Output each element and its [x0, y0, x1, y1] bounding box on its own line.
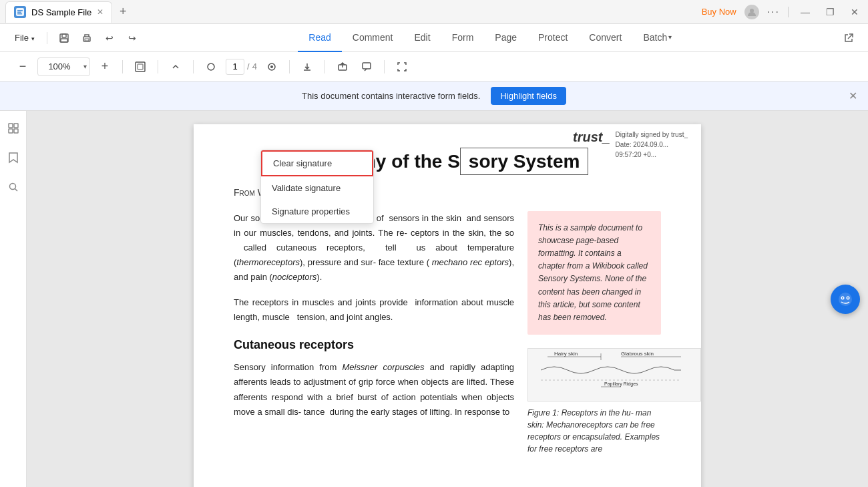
toolbar-sep-3 — [193, 60, 194, 73]
svg-rect-21 — [14, 129, 18, 133]
signature-properties-menuitem[interactable]: Signature properties — [261, 200, 373, 223]
sidebar-search-icon[interactable] — [4, 178, 23, 196]
svg-line-23 — [15, 189, 17, 192]
signature-line3: 09:57:20 +0... — [616, 150, 688, 160]
zoom-dropdown-arrow[interactable]: ▾ — [81, 63, 89, 70]
signature-region: trust_ Digitally signed by trust_ Date: … — [573, 130, 688, 160]
toolbar-sep-1 — [122, 60, 123, 73]
svg-text:Glabrous skin: Glabrous skin — [621, 351, 654, 357]
tab-convert[interactable]: Convert — [578, 24, 632, 52]
menubar: File ▾ ↩ ↪ Read Comment Edit Form Page P… — [0, 24, 868, 52]
figure-caption: Figure 1: Receptors in the hu- man skin:… — [527, 407, 661, 455]
ai-assistant-button[interactable] — [831, 285, 860, 314]
fullscreen-button[interactable] — [393, 57, 411, 76]
signature-line2: Date: 2024.09.0... — [616, 140, 688, 150]
notification-bar: This document contains interactive form … — [0, 82, 868, 111]
minimize-button[interactable]: — — [797, 5, 814, 19]
tab-title: DS Sample File — [31, 7, 91, 17]
page-separator: / — [247, 61, 250, 71]
page-navigation: / 4 — [226, 59, 257, 75]
tab-form[interactable]: Form — [441, 24, 485, 52]
highlight-fields-button[interactable]: Highlight fields — [491, 87, 566, 105]
menu-tabs: Read Comment Edit Form Page Protect Conv… — [154, 24, 827, 52]
external-link-icon[interactable] — [840, 29, 857, 47]
svg-rect-7 — [61, 39, 67, 42]
active-tab[interactable]: DS Sample File ✕ — [5, 1, 112, 23]
buy-now-link[interactable]: Buy Now — [702, 7, 736, 17]
left-sidebar — [0, 111, 27, 487]
signature-details: Digitally signed by trust_ Date: 2024.09… — [616, 130, 688, 160]
signature-name[interactable]: trust_ — [573, 130, 610, 160]
scroll-up-button[interactable] — [166, 57, 185, 76]
document-area: trust_ Digitally signed by trust_ Date: … — [27, 111, 868, 487]
svg-rect-1 — [17, 10, 23, 11]
svg-text:Hairy skin: Hairy skin — [554, 351, 578, 357]
save-icon[interactable] — [55, 29, 73, 47]
close-button[interactable]: ✕ — [847, 5, 863, 19]
zoom-control: ▾ — [37, 57, 90, 76]
svg-point-34 — [842, 297, 843, 299]
notification-text: This document contains interactive form … — [302, 91, 480, 101]
user-avatar[interactable] — [744, 5, 759, 19]
zoom-out-button[interactable]: − — [13, 57, 32, 76]
notification-close-icon[interactable]: ✕ — [849, 90, 857, 102]
svg-rect-17 — [363, 63, 371, 69]
sidebar-thumbnails-icon[interactable] — [4, 119, 23, 138]
share-button[interactable] — [333, 57, 352, 76]
svg-point-13 — [208, 63, 214, 70]
svg-rect-11 — [136, 62, 145, 71]
print-icon[interactable] — [78, 29, 95, 47]
tab-batch[interactable]: Batch ▾ — [632, 24, 682, 52]
redo-icon[interactable]: ↪ — [124, 29, 141, 47]
section-cutaneous: Cutaneous receptors — [234, 338, 514, 352]
titlebar: DS Sample File ✕ + Buy Now ··· — ❐ ✕ — [0, 0, 868, 24]
clear-signature-menuitem[interactable]: Clear signature — [261, 150, 373, 176]
svg-point-31 — [839, 293, 852, 306]
callout-text: This is a sample document to showcase pa… — [538, 223, 648, 322]
doc-two-col: Our somatosensory system consists of sen… — [234, 211, 661, 456]
tab-read[interactable]: Read — [298, 24, 341, 52]
titlebar-actions: Buy Now ··· — ❐ ✕ — [702, 5, 863, 19]
app-icon — [14, 6, 26, 18]
tab-edit[interactable]: Edit — [404, 24, 441, 52]
download-button[interactable] — [298, 57, 316, 76]
svg-rect-5 — [60, 34, 68, 42]
svg-rect-20 — [9, 129, 13, 133]
tab-comment[interactable]: Comment — [342, 24, 404, 52]
toolbar-sep-2 — [158, 60, 158, 73]
svg-rect-9 — [85, 39, 89, 41]
svg-rect-12 — [138, 64, 143, 69]
zoom-input[interactable] — [38, 61, 81, 71]
toolbar: − ▾ + / 4 — [0, 52, 868, 82]
sidebar-bookmarks-icon[interactable] — [4, 148, 23, 167]
tab-protect[interactable]: Protect — [527, 24, 578, 52]
tab-page[interactable]: Page — [484, 24, 527, 52]
toolbar-sep-4 — [289, 60, 290, 73]
svg-point-15 — [270, 65, 273, 68]
first-page-button[interactable] — [202, 57, 220, 76]
validate-signature-menuitem[interactable]: Validate signature — [261, 176, 373, 200]
more-options-icon[interactable]: ··· — [767, 6, 780, 18]
title-part2: sory System — [460, 148, 589, 175]
context-menu: Clear signature Validate signature Signa… — [260, 150, 374, 224]
undo-icon[interactable]: ↩ — [101, 29, 118, 47]
last-page-button[interactable] — [262, 57, 281, 76]
toolbar-sep-5 — [324, 60, 325, 73]
comment-button[interactable] — [357, 57, 376, 76]
tab-close-icon[interactable]: ✕ — [97, 7, 103, 17]
menu-sep-1 — [47, 32, 47, 44]
svg-text:Papillary Ridges: Papillary Ridges — [604, 381, 638, 387]
body-paragraph-2: The receptors in muscles and joints prov… — [234, 295, 514, 325]
fit-page-button[interactable] — [131, 57, 150, 76]
body-paragraph-3: Sensory information from Meissner corpus… — [234, 360, 514, 419]
file-menu[interactable]: File ▾ — [11, 30, 39, 45]
svg-rect-19 — [14, 124, 18, 128]
zoom-in-button[interactable]: + — [95, 57, 114, 76]
toolbar-sep-6 — [384, 60, 385, 73]
figure-area: Hairy skin Glabrous skin Papilla — [527, 348, 661, 455]
maximize-button[interactable]: ❐ — [822, 5, 839, 19]
page-number-input[interactable] — [226, 59, 244, 75]
doc-col-right: This is a sample document to showcase pa… — [527, 211, 661, 456]
new-tab-button[interactable]: + — [115, 4, 131, 20]
figure-image: Hairy skin Glabrous skin Papilla — [527, 348, 701, 401]
